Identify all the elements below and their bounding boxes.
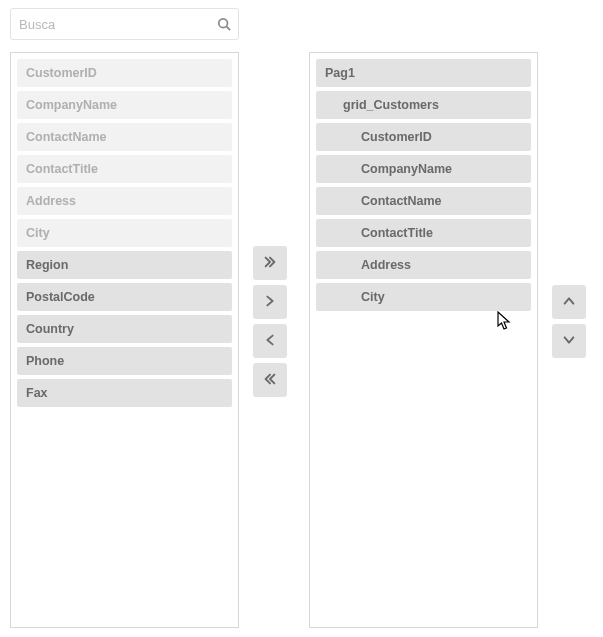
selected-field-item[interactable]: CustomerID: [316, 123, 531, 151]
available-field-item[interactable]: ContactName: [17, 123, 232, 151]
angle-right-icon: [263, 294, 277, 311]
svg-line-1: [227, 27, 231, 31]
angle-left-icon: [263, 333, 277, 350]
available-field-item[interactable]: Region: [17, 251, 232, 279]
available-field-item[interactable]: Address: [17, 187, 232, 215]
selected-field-item[interactable]: CompanyName: [316, 155, 531, 183]
available-field-item[interactable]: ContactTitle: [17, 155, 232, 183]
search-box: [10, 8, 239, 40]
selected-field-item[interactable]: Address: [316, 251, 531, 279]
selected-field-item[interactable]: ContactName: [316, 187, 531, 215]
angles-left-icon: [263, 372, 277, 389]
add-one-button[interactable]: [253, 285, 287, 319]
available-field-item[interactable]: CompanyName: [17, 91, 232, 119]
selected-fields-panel: Pag1grid_CustomersCustomerIDCompanyNameC…: [309, 52, 538, 628]
search-icon[interactable]: [210, 17, 238, 31]
available-field-item[interactable]: Fax: [17, 379, 232, 407]
available-field-item[interactable]: City: [17, 219, 232, 247]
remove-all-button[interactable]: [253, 363, 287, 397]
search-input[interactable]: [11, 17, 210, 32]
selected-field-item[interactable]: Pag1: [316, 59, 531, 87]
add-all-button[interactable]: [253, 246, 287, 280]
available-field-item[interactable]: PostalCode: [17, 283, 232, 311]
selected-field-item[interactable]: ContactTitle: [316, 219, 531, 247]
available-field-item[interactable]: Country: [17, 315, 232, 343]
selected-field-item[interactable]: grid_Customers: [316, 91, 531, 119]
available-field-item[interactable]: Phone: [17, 347, 232, 375]
move-down-button[interactable]: [552, 324, 586, 358]
move-up-button[interactable]: [552, 285, 586, 319]
available-fields-panel: CustomerIDCompanyNameContactNameContactT…: [10, 52, 239, 628]
selected-field-item[interactable]: City: [316, 283, 531, 311]
angle-up-icon: [562, 294, 576, 311]
available-field-item[interactable]: CustomerID: [17, 59, 232, 87]
remove-one-button[interactable]: [253, 324, 287, 358]
angles-right-icon: [263, 255, 277, 272]
svg-point-0: [219, 19, 228, 28]
angle-down-icon: [562, 333, 576, 350]
